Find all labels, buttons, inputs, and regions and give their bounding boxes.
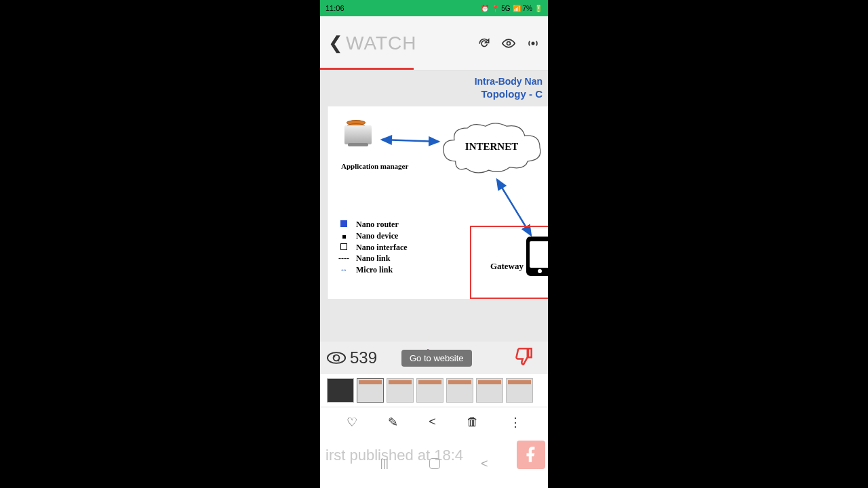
like-button[interactable]: ♡ xyxy=(347,415,357,430)
cloud-label: INTERNET xyxy=(465,141,518,152)
legend-micro-link: Micro link xyxy=(356,264,393,276)
delete-button[interactable]: 🗑 xyxy=(467,415,479,429)
more-button[interactable]: ⋮ xyxy=(509,415,521,430)
nav-recent[interactable]: ||| xyxy=(380,458,389,470)
legend-nano-router: Nano router xyxy=(356,219,399,230)
thumbnail-item[interactable] xyxy=(476,378,503,403)
stats-bar: 539 4 Go to website xyxy=(320,342,548,374)
gateway-label: Gateway xyxy=(490,261,524,272)
phone-screen: 11:06 ⏰ 📍 5G 📶 7% 🔋 ❮ WATCH Intra-Body N… xyxy=(320,0,548,488)
views-block: 539 xyxy=(327,348,377,367)
thumbnail-item[interactable] xyxy=(506,378,533,403)
refresh-icon[interactable] xyxy=(477,37,491,50)
status-bar: 11:06 ⏰ 📍 5G 📶 7% 🔋 xyxy=(320,0,548,16)
footer: irst published at 18:4 ||| < xyxy=(320,436,548,474)
server-label: Application manager xyxy=(341,162,408,170)
battery-icon: 🔋 xyxy=(534,5,542,12)
status-time: 11:06 xyxy=(326,4,344,12)
views-count: 539 xyxy=(350,348,377,367)
legend-nano-device: Nano device xyxy=(356,230,398,242)
legend-nano-link: Nano link xyxy=(356,253,390,264)
goto-website-button[interactable]: Go to website xyxy=(401,350,472,367)
svg-point-4 xyxy=(328,352,345,363)
android-nav-bar: ||| < xyxy=(320,453,548,474)
signal-icon: 📶 xyxy=(513,5,521,12)
back-button[interactable]: ❮ xyxy=(328,33,343,54)
svg-line-2 xyxy=(382,140,439,142)
thumbnail-item[interactable] xyxy=(446,378,473,403)
thumbnail-item[interactable] xyxy=(357,378,384,403)
nav-home[interactable] xyxy=(429,458,440,469)
app-header: ❮ WATCH xyxy=(320,16,548,70)
share-button[interactable]: < xyxy=(429,415,436,429)
views-eye-icon xyxy=(327,351,346,365)
thumb-down-icon xyxy=(514,347,533,366)
arrow-server-cloud xyxy=(376,129,444,150)
gateway-node: Gateway xyxy=(526,237,548,276)
legend-nano-interface: Nano interface xyxy=(356,242,408,253)
nav-back[interactable]: < xyxy=(481,457,488,471)
network-label: 5G xyxy=(501,5,510,12)
status-indicators: ⏰ 📍 5G 📶 7% 🔋 xyxy=(481,5,542,12)
eye-icon[interactable] xyxy=(502,37,515,50)
location-icon: 📍 xyxy=(491,5,499,12)
legend: Nano router Nano device Nano interface -… xyxy=(336,219,408,276)
thumbnail-item[interactable] xyxy=(416,378,443,403)
internet-cloud: INTERNET xyxy=(437,119,546,180)
phone-icon xyxy=(526,237,548,276)
alarm-icon: ⏰ xyxy=(481,5,489,12)
header-title: WATCH xyxy=(346,33,417,54)
edit-button[interactable]: ✎ xyxy=(388,415,398,430)
content-area[interactable]: Intra-Body Nan Topology - C Application … xyxy=(320,70,548,342)
thumbnail-item[interactable] xyxy=(327,378,354,403)
svg-point-0 xyxy=(507,41,511,45)
broadcast-icon[interactable] xyxy=(526,37,540,50)
svg-point-1 xyxy=(532,42,534,44)
thumbnail-strip[interactable] xyxy=(320,374,548,407)
thumbnail-item[interactable] xyxy=(387,378,414,403)
battery-label: 7% xyxy=(523,5,532,12)
slide-title-1: Intra-Body Nan xyxy=(320,76,542,87)
active-tab-indicator xyxy=(320,68,414,70)
slide-title-2: Topology - C xyxy=(320,88,542,100)
diagram: Application manager INTERNET Nano router… xyxy=(327,106,548,299)
downvote-button[interactable] xyxy=(514,347,533,369)
toolbar: ♡ ✎ < 🗑 ⋮ xyxy=(320,407,548,436)
